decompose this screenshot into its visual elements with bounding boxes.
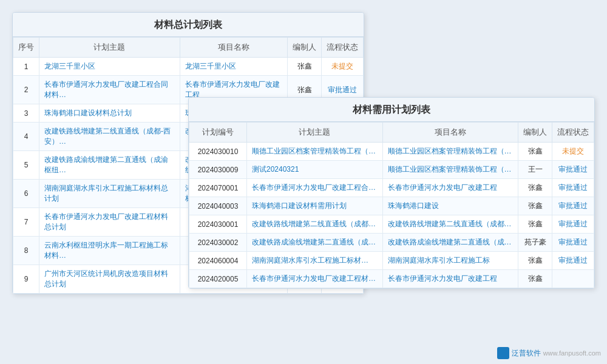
- cell-no: 7: [13, 208, 39, 237]
- cell-no: 6: [13, 180, 39, 208]
- cell-theme[interactable]: 龙湖三千里小区: [39, 58, 180, 76]
- watermark-icon: [497, 347, 509, 359]
- cell-theme[interactable]: 长春市伊通河水力发电厂改建工程合同材料…: [39, 76, 180, 104]
- cell-plan-no: 2024030001: [189, 215, 247, 234]
- panel2-table: 计划编号 计划主题 项目名称 编制人 流程状态 2024030010 顺德工业园…: [189, 122, 594, 288]
- cell-project2[interactable]: 长春市伊通河水力发电厂改建工程: [382, 270, 518, 288]
- watermark-url: www.fanpusoft.com: [543, 349, 601, 357]
- cell-plan-no: 2024070001: [189, 179, 247, 197]
- cell-theme2[interactable]: 顺德工业园区档案管理精装饰工程（…: [247, 143, 383, 161]
- table-row: 2024020005 长春市伊通河水力发电厂改建工程材… 长春市伊通河水力发电厂…: [189, 270, 594, 288]
- cell-theme[interactable]: 湖南洞庭湖水库引水工程施工标材料总计划: [39, 180, 180, 208]
- table-row: 2024040003 珠海鹤港口建设材料需用计划 珠海鹤港口建设 张鑫 审批通过: [189, 197, 594, 215]
- cell-theme[interactable]: 改建铁路成渝线增建第二直通线（成渝枢纽…: [39, 151, 180, 180]
- cell-editor2: 王一: [518, 161, 552, 179]
- cell-status2: [552, 270, 594, 288]
- cell-theme[interactable]: 广州市天河区统计局机房改造项目材料总计划: [39, 265, 180, 294]
- cell-status2: 未提交: [552, 143, 594, 161]
- col-theme: 计划主题: [39, 38, 180, 58]
- cell-editor2: 张鑫: [518, 179, 552, 197]
- cell-project2[interactable]: 顺德工业园区档案管理精装饰工程（…: [382, 161, 518, 179]
- col-theme2: 计划主题: [247, 123, 383, 143]
- cell-theme[interactable]: 珠海鹤港口建设材料总计划: [39, 104, 180, 123]
- cell-no: 3: [13, 104, 39, 123]
- cell-project2[interactable]: 长春市伊通河水力发电厂改建工程: [382, 179, 518, 197]
- table-row: 2024030009 测试20240321 顺德工业园区档案管理精装饰工程（… …: [189, 161, 594, 179]
- table-row: 2024030001 改建铁路线增建第二线直通线（成都… 改建铁路线增建第二线直…: [189, 215, 594, 234]
- cell-project2[interactable]: 改建铁路线增建第二线直通线（成都…: [382, 215, 518, 234]
- cell-no: 2: [13, 76, 39, 104]
- panel1-header-row: 序号 计划主题 项目名称 编制人 流程状态: [13, 38, 364, 58]
- panel2-header-row: 计划编号 计划主题 项目名称 编制人 流程状态: [189, 123, 594, 143]
- cell-theme2[interactable]: 长春市伊通河水力发电厂改建工程合…: [247, 179, 383, 197]
- cell-plan-no: 2024060004: [189, 252, 247, 270]
- cell-theme2[interactable]: 珠海鹤港口建设材料需用计划: [247, 197, 383, 215]
- table-row: 1 龙湖三千里小区 龙湖三千里小区 张鑫 未提交: [13, 58, 364, 76]
- cell-status2: 审批通过: [552, 215, 594, 234]
- col-plan-no: 计划编号: [189, 123, 247, 143]
- cell-project2[interactable]: 湖南洞庭湖水库引水工程施工标: [382, 252, 518, 270]
- cell-status2: 审批通过: [552, 234, 594, 252]
- cell-no: 8: [13, 237, 39, 265]
- cell-no: 1: [13, 58, 39, 76]
- cell-no: 5: [13, 151, 39, 180]
- cell-status2: 审批通过: [552, 252, 594, 270]
- panel2-title: 材料需用计划列表: [189, 98, 594, 122]
- table-row: 2024030002 改建铁路成渝线增建第二直通线（成… 改建铁路成渝线增建第二…: [189, 234, 594, 252]
- col-status: 流程状态: [322, 38, 364, 58]
- table-row: 2024060004 湖南洞庭湖水库引水工程施工标材… 湖南洞庭湖水库引水工程施…: [189, 252, 594, 270]
- cell-editor2: 张鑫: [518, 197, 552, 215]
- cell-status2: 审批通过: [552, 179, 594, 197]
- cell-no: 4: [13, 123, 39, 151]
- cell-status2: 审批通过: [552, 197, 594, 215]
- panel-demand-plan: 材料需用计划列表 计划编号 计划主题 项目名称 编制人 流程状态 2024030…: [188, 97, 595, 289]
- table-row: 2024030010 顺德工业园区档案管理精装饰工程（… 顺德工业园区档案管理精…: [189, 143, 594, 161]
- cell-theme2[interactable]: 湖南洞庭湖水库引水工程施工标材…: [247, 252, 383, 270]
- col-project: 项目名称: [180, 38, 287, 58]
- cell-project2[interactable]: 顺德工业园区档案管理精装饰工程（…: [382, 143, 518, 161]
- watermark-text: 泛普软件: [512, 348, 541, 359]
- cell-plan-no: 2024020005: [189, 270, 247, 288]
- cell-theme[interactable]: 云南水利枢纽澄明水库一期工程施工标材料…: [39, 237, 180, 265]
- cell-status: 未提交: [322, 58, 364, 76]
- cell-editor: 张鑫: [288, 58, 322, 76]
- cell-plan-no: 2024040003: [189, 197, 247, 215]
- cell-plan-no: 2024030009: [189, 161, 247, 179]
- cell-editor2: 张鑫: [518, 215, 552, 234]
- col-project2: 项目名称: [382, 123, 518, 143]
- cell-project2[interactable]: 珠海鹤港口建设: [382, 197, 518, 215]
- cell-plan-no: 2024030010: [189, 143, 247, 161]
- cell-theme[interactable]: 改建铁路线增建第二线直通线（成都-西安）…: [39, 123, 180, 151]
- cell-theme2[interactable]: 改建铁路线增建第二线直通线（成都…: [247, 215, 383, 234]
- table-row: 2024070001 长春市伊通河水力发电厂改建工程合… 长春市伊通河水力发电厂…: [189, 179, 594, 197]
- cell-project2[interactable]: 改建铁路成渝线增建第二直通线（成…: [382, 234, 518, 252]
- cell-theme2[interactable]: 测试20240321: [247, 161, 383, 179]
- cell-theme[interactable]: 长春市伊通河水力发电厂改建工程材料总计划: [39, 208, 180, 237]
- cell-project[interactable]: 龙湖三千里小区: [180, 58, 287, 76]
- cell-editor2: 苑子豪: [518, 234, 552, 252]
- cell-theme2[interactable]: 长春市伊通河水力发电厂改建工程材…: [247, 270, 383, 288]
- cell-theme2[interactable]: 改建铁路成渝线增建第二直通线（成…: [247, 234, 383, 252]
- col-editor2: 编制人: [518, 123, 552, 143]
- cell-editor2: 张鑫: [518, 143, 552, 161]
- col-no: 序号: [13, 38, 39, 58]
- cell-status2: 审批通过: [552, 161, 594, 179]
- cell-plan-no: 2024030002: [189, 234, 247, 252]
- cell-editor2: 张鑫: [518, 252, 552, 270]
- cell-editor2: 张鑫: [518, 270, 552, 288]
- watermark: 泛普软件 www.fanpusoft.com: [497, 347, 601, 359]
- col-editor: 编制人: [288, 38, 322, 58]
- col-status2: 流程状态: [552, 123, 594, 143]
- panel1-title: 材料总计划列表: [13, 13, 364, 37]
- cell-no: 9: [13, 265, 39, 294]
